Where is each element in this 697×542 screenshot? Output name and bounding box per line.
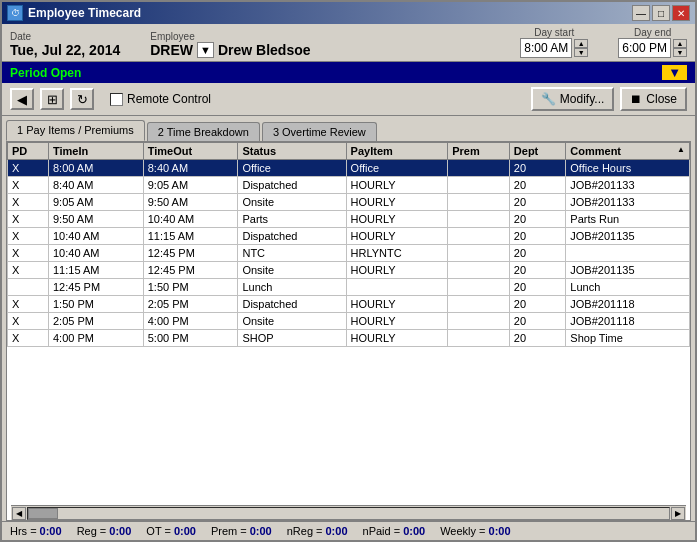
cell-pd: X bbox=[8, 313, 49, 330]
cell-timein: 9:05 AM bbox=[49, 194, 144, 211]
maximize-button[interactable]: □ bbox=[652, 5, 670, 21]
cell-prem bbox=[448, 245, 510, 262]
table-row[interactable]: X9:50 AM10:40 AMPartsHOURLY20Parts Run bbox=[8, 211, 690, 228]
cell-pd: X bbox=[8, 160, 49, 177]
period-warning-icon: ▼ bbox=[662, 65, 687, 80]
col-header-timein[interactable]: TimeIn bbox=[49, 143, 144, 160]
table-row[interactable]: X8:00 AM8:40 AMOfficeOffice20Office Hour… bbox=[8, 160, 690, 177]
cell-timeout: 12:45 PM bbox=[143, 262, 238, 279]
date-value: Tue, Jul 22, 2014 bbox=[10, 42, 120, 58]
table-row[interactable]: X10:40 AM12:45 PMNTCHRLYNTC20 bbox=[8, 245, 690, 262]
day-end-decrement[interactable]: ▼ bbox=[673, 48, 687, 57]
close-button[interactable]: ⏹ Close bbox=[620, 87, 687, 111]
back-button[interactable]: ◀ bbox=[10, 88, 34, 110]
minimize-button[interactable]: — bbox=[632, 5, 650, 21]
grid-button[interactable]: ⊞ bbox=[40, 88, 64, 110]
day-start-label: Day start bbox=[534, 27, 574, 38]
cell-prem bbox=[448, 262, 510, 279]
cell-timeout: 12:45 PM bbox=[143, 245, 238, 262]
cell-prem bbox=[448, 313, 510, 330]
tab-time-breakdown[interactable]: 2 Time Breakdown bbox=[147, 122, 260, 141]
cell-timein: 11:15 AM bbox=[49, 262, 144, 279]
cell-prem bbox=[448, 160, 510, 177]
cell-dept: 20 bbox=[509, 313, 565, 330]
hscroll-left-button[interactable]: ◀ bbox=[12, 507, 26, 520]
cell-status: Dispatched bbox=[238, 296, 346, 313]
table-row[interactable]: X4:00 PM5:00 PMSHOPHOURLY20Shop Time bbox=[8, 330, 690, 347]
cell-payitem: HOURLY bbox=[346, 313, 448, 330]
main-content: PD TimeIn TimeOut Status PayItem Prem De… bbox=[6, 141, 691, 521]
col-header-comment[interactable]: Comment ▲ bbox=[566, 143, 690, 160]
employee-field: Employee DREW ▼ Drew Bledsoe bbox=[150, 31, 310, 58]
status-nreg: nReg = 0:00 bbox=[287, 525, 348, 537]
cell-status: Onsite bbox=[238, 194, 346, 211]
day-start-increment[interactable]: ▲ bbox=[574, 39, 588, 48]
hscroll-thumb[interactable] bbox=[28, 508, 58, 519]
cell-timein: 10:40 AM bbox=[49, 228, 144, 245]
tab-overtime-review[interactable]: 3 Overtime Review bbox=[262, 122, 377, 141]
npaid-label: nPaid = bbox=[363, 525, 401, 537]
weekly-value: 0:00 bbox=[489, 525, 511, 537]
col-header-payitem[interactable]: PayItem bbox=[346, 143, 448, 160]
table-row[interactable]: X11:15 AM12:45 PMOnsiteHOURLY20JOB#20113… bbox=[8, 262, 690, 279]
period-bar: Period Open ▼ bbox=[2, 62, 695, 83]
close-window-button[interactable]: ✕ bbox=[672, 5, 690, 21]
table-row[interactable]: X1:50 PM2:05 PMDispatchedHOURLY20JOB#201… bbox=[8, 296, 690, 313]
hscroll-track[interactable] bbox=[27, 507, 670, 520]
col-header-dept[interactable]: Dept bbox=[509, 143, 565, 160]
timecard-table-container[interactable]: PD TimeIn TimeOut Status PayItem Prem De… bbox=[7, 142, 690, 505]
cell-payitem: HOURLY bbox=[346, 262, 448, 279]
day-start-input[interactable]: 8:00 AM bbox=[520, 38, 572, 58]
cell-pd: X bbox=[8, 296, 49, 313]
day-end-increment[interactable]: ▲ bbox=[673, 39, 687, 48]
title-buttons: — □ ✕ bbox=[632, 5, 690, 21]
modify-label: Modify... bbox=[560, 92, 604, 106]
hscroll-right-button[interactable]: ▶ bbox=[671, 507, 685, 520]
cell-prem bbox=[448, 330, 510, 347]
day-end-input[interactable]: 6:00 PM bbox=[618, 38, 671, 58]
cell-comment: JOB#201118 bbox=[566, 296, 690, 313]
employee-timecard-window: ⏱ Employee Timecard — □ ✕ Date Tue, Jul … bbox=[0, 0, 697, 542]
cell-dept: 20 bbox=[509, 211, 565, 228]
ot-value: 0:00 bbox=[174, 525, 196, 537]
cell-payitem: HOURLY bbox=[346, 177, 448, 194]
table-row[interactable]: X9:05 AM9:50 AMOnsiteHOURLY20JOB#201133 bbox=[8, 194, 690, 211]
cell-dept: 20 bbox=[509, 279, 565, 296]
cell-dept: 20 bbox=[509, 228, 565, 245]
table-header-row: PD TimeIn TimeOut Status PayItem Prem De… bbox=[8, 143, 690, 160]
horizontal-scrollbar[interactable]: ◀ ▶ bbox=[11, 505, 686, 520]
modify-button[interactable]: 🔧 Modify... bbox=[531, 87, 614, 111]
col-header-prem[interactable]: Prem bbox=[448, 143, 510, 160]
col-header-pd[interactable]: PD bbox=[8, 143, 49, 160]
remote-control-label: Remote Control bbox=[127, 92, 211, 106]
cell-prem bbox=[448, 177, 510, 194]
refresh-button[interactable]: ↻ bbox=[70, 88, 94, 110]
table-row[interactable]: X8:40 AM9:05 AMDispatchedHOURLY20JOB#201… bbox=[8, 177, 690, 194]
employee-name: Drew Bledsoe bbox=[218, 42, 311, 58]
table-row[interactable]: X2:05 PM4:00 PMOnsiteHOURLY20JOB#201118 bbox=[8, 313, 690, 330]
status-prem: Prem = 0:00 bbox=[211, 525, 272, 537]
employee-dropdown[interactable]: ▼ bbox=[197, 42, 214, 58]
tab-pay-items[interactable]: 1 Pay Items / Premiums bbox=[6, 120, 145, 141]
cell-status: Parts bbox=[238, 211, 346, 228]
remote-control-checkbox[interactable] bbox=[110, 93, 123, 106]
cell-status: NTC bbox=[238, 245, 346, 262]
app-icon: ⏱ bbox=[7, 5, 23, 21]
table-row[interactable]: 12:45 PM1:50 PMLunch20Lunch bbox=[8, 279, 690, 296]
col-header-status[interactable]: Status bbox=[238, 143, 346, 160]
day-start-value: 8:00 AM bbox=[524, 41, 568, 55]
cell-prem bbox=[448, 228, 510, 245]
col-header-timeout[interactable]: TimeOut bbox=[143, 143, 238, 160]
cell-timein: 9:50 AM bbox=[49, 211, 144, 228]
cell-payitem: HOURLY bbox=[346, 194, 448, 211]
cell-timein: 10:40 AM bbox=[49, 245, 144, 262]
cell-status: Dispatched bbox=[238, 228, 346, 245]
cell-comment: JOB#201133 bbox=[566, 194, 690, 211]
cell-timeout: 8:40 AM bbox=[143, 160, 238, 177]
day-start-decrement[interactable]: ▼ bbox=[574, 48, 588, 57]
table-row[interactable]: X10:40 AM11:15 AMDispatchedHOURLY20JOB#2… bbox=[8, 228, 690, 245]
nreg-label: nReg = bbox=[287, 525, 323, 537]
cell-pd: X bbox=[8, 245, 49, 262]
cell-status: Office bbox=[238, 160, 346, 177]
tab-pay-items-label: 1 Pay Items / Premiums bbox=[17, 124, 134, 136]
